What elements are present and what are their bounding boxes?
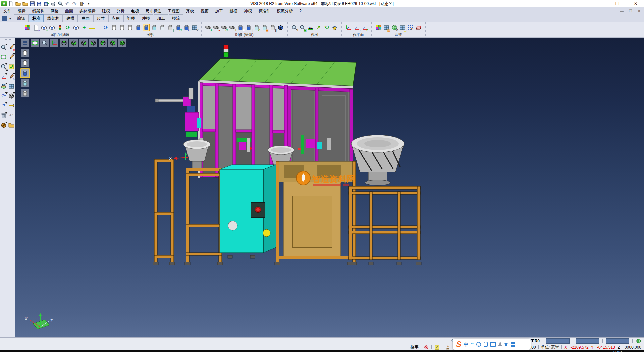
- menu-flow-analysis[interactable]: 模流分析: [277, 8, 293, 14]
- bodies-add-icon[interactable]: +: [205, 24, 212, 31]
- menu-solid-edit[interactable]: 实体编辑: [79, 8, 96, 14]
- solid-section-icon[interactable]: |: [245, 24, 252, 31]
- menu-window[interactable]: 视窗: [201, 8, 209, 14]
- view-back-icon[interactable]: [89, 39, 97, 47]
- toggle-visibility-icon[interactable]: ±: [72, 24, 79, 31]
- show-add-icon[interactable]: +: [40, 24, 47, 31]
- workplane-align-icon[interactable]: ▭: [353, 24, 360, 31]
- render-hidden-line-icon[interactable]: [21, 59, 29, 67]
- menu-system[interactable]: 系统: [186, 8, 194, 14]
- zoom-selected-icon[interactable]: ▣: [299, 24, 306, 31]
- open-recent-icon[interactable]: [8, 122, 15, 129]
- workplane-slot-2[interactable]: [576, 338, 599, 344]
- hide-all-icon[interactable]: ▬: [89, 24, 96, 31]
- hatch-display-icon[interactable]: ∥: [167, 24, 174, 31]
- world-icon[interactable]: [636, 338, 641, 343]
- render-shaded-icon[interactable]: [21, 69, 29, 77]
- save-icon[interactable]: [29, 1, 35, 7]
- menu-standard-parts[interactable]: 标准件: [258, 8, 270, 14]
- render-wireframe-icon[interactable]: [21, 49, 29, 57]
- tab-flow[interactable]: 模流: [169, 14, 183, 22]
- tab-mold[interactable]: 塑膜: [123, 14, 138, 22]
- solid-hatch-icon[interactable]: ∥: [269, 24, 276, 31]
- undo-step-icon[interactable]: ↶: [8, 112, 15, 119]
- spline-edit-icon[interactable]: ∿: [8, 73, 15, 80]
- shading-cube-icon[interactable]: [8, 92, 15, 99]
- preview-icon[interactable]: [57, 1, 63, 7]
- workplane-ucs-icon[interactable]: [345, 24, 352, 31]
- ime-emoji-icon[interactable]: [476, 342, 481, 347]
- tab-wireframe[interactable]: 线架构: [44, 14, 63, 22]
- view-right-icon[interactable]: [108, 39, 117, 47]
- menu-analysis[interactable]: 分析: [116, 8, 124, 14]
- save-sync-icon[interactable]: [43, 1, 49, 7]
- tab-modeling[interactable]: 建模: [63, 14, 78, 22]
- regen-view-icon[interactable]: ⟳: [0, 92, 7, 99]
- solid-cube-icon[interactable]: [277, 24, 284, 31]
- history-icon[interactable]: [78, 1, 85, 7]
- confirm-check-icon[interactable]: [8, 63, 15, 70]
- windows-taskbar-edge[interactable]: 15:01: [0, 350, 644, 352]
- zoom-scale-icon[interactable]: ±: [0, 63, 7, 70]
- ime-keyboard-icon[interactable]: [490, 342, 496, 347]
- menu-help[interactable]: ?: [299, 9, 302, 13]
- workplane-flip-icon[interactable]: ↗: [361, 24, 368, 31]
- view-isometric-icon[interactable]: [118, 39, 126, 47]
- workplane-slot-1[interactable]: [546, 338, 570, 344]
- menu-electrode[interactable]: 电极: [131, 8, 139, 14]
- regen-icon[interactable]: ⟳: [102, 24, 109, 31]
- tab-standard[interactable]: 标准: [29, 14, 44, 22]
- ime-voice-icon[interactable]: [484, 342, 488, 347]
- zoom-previous-icon[interactable]: [40, 39, 49, 47]
- dashed-hidden-display-icon[interactable]: [126, 24, 133, 31]
- view-bottom-icon[interactable]: [69, 39, 78, 47]
- bodies-toggle-icon[interactable]: ±: [229, 24, 236, 31]
- ghost-display-icon[interactable]: [159, 24, 166, 31]
- bodies-filter-icon[interactable]: ●: [213, 24, 220, 31]
- solid-ribbed-icon[interactable]: ‖: [237, 24, 244, 31]
- tab-surface[interactable]: 曲面: [78, 14, 93, 22]
- sogou-logo-icon[interactable]: S: [456, 340, 461, 348]
- sketch-circle-icon[interactable]: ○: [8, 53, 15, 60]
- ime-punctuation-toggle[interactable]: °’: [471, 342, 474, 346]
- mdi-minimize-button[interactable]: —: [620, 9, 624, 13]
- menu-dimension[interactable]: 尺寸标注: [145, 8, 161, 14]
- import-file-icon[interactable]: [22, 1, 28, 7]
- delete-trash-icon[interactable]: [0, 112, 7, 119]
- transparent-display-icon[interactable]: [151, 24, 158, 31]
- restore-button[interactable]: ❐: [615, 1, 619, 6]
- bodies-refresh-icon[interactable]: ⟳: [221, 24, 228, 31]
- shaded-edges-display-icon[interactable]: [143, 24, 150, 31]
- save-as-icon[interactable]: [36, 1, 42, 7]
- undo-icon[interactable]: ↶: [64, 1, 70, 7]
- fit-view-icon[interactable]: [31, 39, 39, 47]
- viewport-layout-icon[interactable]: [8, 83, 15, 90]
- ime-toolbox-icon[interactable]: [511, 342, 515, 347]
- viewport-menu-icon[interactable]: [21, 39, 29, 47]
- menu-drawing[interactable]: 工程图: [168, 8, 180, 14]
- new-file-icon[interactable]: [8, 1, 14, 7]
- profile-settings-icon[interactable]: ▤: [399, 24, 406, 31]
- wireframe-display-icon[interactable]: [110, 24, 117, 31]
- attribute-palette-icon[interactable]: [24, 24, 31, 31]
- quick-access-dropdown-icon[interactable]: ▼: [86, 1, 92, 7]
- hide-remove-icon[interactable]: −: [48, 24, 55, 31]
- help-query-icon[interactable]: ?: [0, 102, 7, 109]
- shade-refresh-icon[interactable]: ⟳: [175, 24, 182, 31]
- graphics-settings-icon[interactable]: ⚒: [191, 24, 198, 31]
- shade-options-icon[interactable]: ↻: [183, 24, 190, 31]
- attribute-copy-icon[interactable]: ⌕: [32, 24, 39, 31]
- no-snap-icon[interactable]: [423, 345, 429, 350]
- layers-palette-icon[interactable]: [0, 83, 7, 90]
- pan-arrow-icon[interactable]: ↗: [315, 24, 322, 31]
- mdi-close-button[interactable]: ✕: [638, 9, 641, 13]
- workplane-slot-3[interactable]: [606, 338, 629, 344]
- toolbar-drag-handle[interactable]: [3, 39, 12, 40]
- hidden-line-display-icon[interactable]: [118, 24, 125, 31]
- mdi-restore-button[interactable]: ❐: [629, 9, 632, 13]
- rotate-view-icon[interactable]: ⟲: [323, 24, 330, 31]
- view-axis-icon[interactable]: [50, 39, 58, 47]
- view-front-icon[interactable]: [79, 39, 88, 47]
- toolbar-dropdown-icon[interactable]: ▼: [9, 17, 12, 20]
- erase-sketch-icon[interactable]: ✕: [8, 44, 15, 51]
